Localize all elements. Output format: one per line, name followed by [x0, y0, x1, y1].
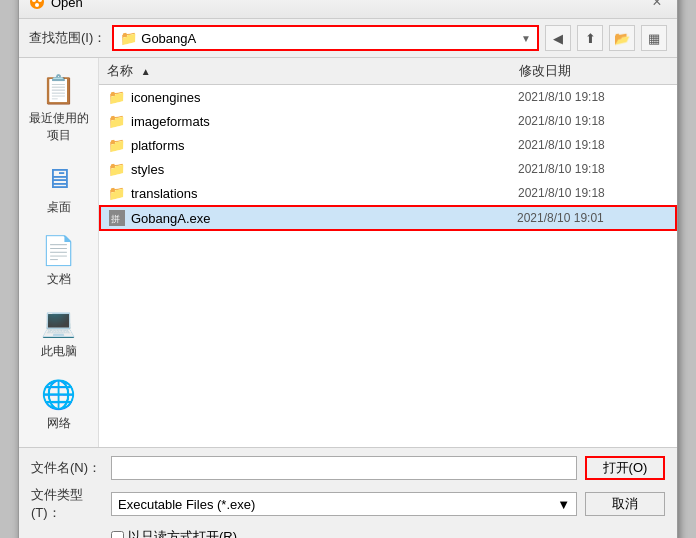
title-bar: Open ×: [19, 0, 677, 19]
table-row[interactable]: 📁 platforms 2021/8/10 19:18: [99, 133, 677, 157]
pc-icon: 💻: [41, 306, 76, 339]
sidebar-label-desktop: 桌面: [47, 199, 71, 216]
filetype-row: 文件类型(T)： Executable Files (*.exe) ▼ 取消: [31, 486, 665, 522]
back-button[interactable]: ◀: [545, 25, 571, 51]
file-header: 名称 ▲ 修改日期: [99, 58, 677, 85]
folder-icon: 📁: [108, 89, 125, 105]
view-icon: ▦: [648, 31, 660, 46]
sidebar-item-recent[interactable]: 📋 最近使用的项目: [23, 66, 95, 151]
filename-label: 文件名(N)：: [31, 459, 111, 477]
table-row[interactable]: 📁 translations 2021/8/10 19:18: [99, 181, 677, 205]
sidebar-item-desktop[interactable]: 🖥 桌面: [23, 155, 95, 223]
table-row[interactable]: 📁 styles 2021/8/10 19:18: [99, 157, 677, 181]
sidebar-label-recent: 最近使用的项目: [28, 110, 90, 144]
search-scope-label: 查找范围(I)：: [29, 29, 106, 47]
file-date: 2021/8/10 19:18: [518, 162, 668, 176]
cancel-button[interactable]: 取消: [585, 492, 665, 516]
filename-input[interactable]: [111, 456, 577, 480]
file-date: 2021/8/10 19:01: [517, 211, 667, 225]
table-row[interactable]: 📁 iconengines 2021/8/10 19:18: [99, 85, 677, 109]
toolbar: 查找范围(I)： 📁 GobangA ▼ ◀ ⬆ 📂 ▦: [19, 19, 677, 58]
file-date: 2021/8/10 19:18: [518, 114, 668, 128]
filetype-arrow: ▼: [557, 497, 570, 512]
path-folder-icon: 📁: [120, 30, 137, 46]
folder-icon: 📁: [108, 185, 125, 201]
docs-icon: 📄: [41, 234, 76, 267]
new-folder-icon: 📂: [614, 31, 630, 46]
network-icon: 🌐: [41, 378, 76, 411]
table-row[interactable]: 拼 GobangA.exe 2021/8/10 19:01: [99, 205, 677, 231]
dialog-title: Open: [51, 0, 83, 10]
up-button[interactable]: ⬆: [577, 25, 603, 51]
sidebar-item-pc[interactable]: 💻 此电脑: [23, 299, 95, 367]
filetype-value: Executable Files (*.exe): [118, 497, 255, 512]
file-panel: 名称 ▲ 修改日期 📁 iconengines 2021/8/10 19:18 …: [99, 58, 677, 447]
file-name: imageformats: [131, 114, 518, 129]
bottom-area: 文件名(N)： 打开(O) 文件类型(T)： Executable Files …: [19, 447, 677, 538]
file-name: GobangA.exe: [131, 211, 517, 226]
app-icon: [29, 0, 45, 10]
file-name: translations: [131, 186, 518, 201]
close-button[interactable]: ×: [647, 0, 667, 12]
sidebar: 📋 最近使用的项目 🖥 桌面 📄 文档 💻 此电脑 🌐 网络: [19, 58, 99, 447]
filetype-label: 文件类型(T)：: [31, 486, 111, 522]
sidebar-label-pc: 此电脑: [41, 343, 77, 360]
desktop-icon: 🖥: [45, 162, 73, 195]
file-name: styles: [131, 162, 518, 177]
file-date: 2021/8/10 19:18: [518, 186, 668, 200]
filetype-select[interactable]: Executable Files (*.exe) ▼: [111, 492, 577, 516]
file-date: 2021/8/10 19:18: [518, 90, 668, 104]
path-dropdown-arrow: ▼: [521, 33, 531, 44]
filename-row: 文件名(N)： 打开(O): [31, 456, 665, 480]
file-name: iconengines: [131, 90, 518, 105]
sort-arrow: ▲: [141, 66, 151, 77]
up-icon: ⬆: [585, 31, 596, 46]
table-row[interactable]: 📁 imageformats 2021/8/10 19:18: [99, 109, 677, 133]
new-folder-button[interactable]: 📂: [609, 25, 635, 51]
file-name: platforms: [131, 138, 518, 153]
col-name-header: 名称 ▲: [107, 62, 519, 80]
sidebar-item-docs[interactable]: 📄 文档: [23, 227, 95, 295]
col-date-header: 修改日期: [519, 62, 669, 80]
sidebar-label-network: 网络: [47, 415, 71, 432]
sidebar-label-docs: 文档: [47, 271, 71, 288]
folder-icon: 📁: [108, 113, 125, 129]
readonly-checkbox[interactable]: [111, 531, 124, 539]
folder-icon: 📁: [108, 161, 125, 177]
back-icon: ◀: [553, 31, 563, 46]
svg-point-3: [35, 3, 39, 7]
exe-icon: 拼: [109, 210, 125, 226]
path-combobox[interactable]: 📁 GobangA ▼: [112, 25, 539, 51]
file-list: 📁 iconengines 2021/8/10 19:18 📁 imagefor…: [99, 85, 677, 447]
content-area: 📋 最近使用的项目 🖥 桌面 📄 文档 💻 此电脑 🌐 网络: [19, 58, 677, 447]
recent-icon: 📋: [41, 73, 76, 106]
svg-text:拼: 拼: [111, 214, 120, 224]
view-button[interactable]: ▦: [641, 25, 667, 51]
folder-icon: 📁: [108, 137, 125, 153]
path-text: GobangA: [141, 31, 517, 46]
readonly-label: 以只读方式打开(R): [128, 528, 237, 538]
readonly-row: 以只读方式打开(R): [31, 528, 665, 538]
sidebar-item-network[interactable]: 🌐 网络: [23, 371, 95, 439]
file-date: 2021/8/10 19:18: [518, 138, 668, 152]
open-button[interactable]: 打开(O): [585, 456, 665, 480]
